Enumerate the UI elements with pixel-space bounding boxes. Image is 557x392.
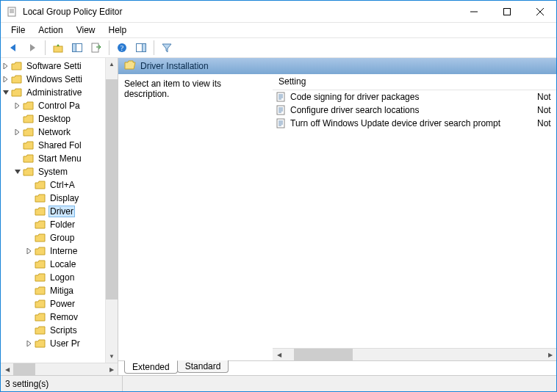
- statusbar: 3 setting(s): [1, 375, 556, 391]
- menu-help[interactable]: Help: [103, 23, 133, 37]
- chevron-right-icon[interactable]: [24, 246, 35, 256]
- tree-item[interactable]: Locale: [1, 258, 105, 271]
- tree-item-label: Power: [48, 299, 76, 309]
- detail-body: Select an item to view its description. …: [118, 74, 556, 360]
- tree-scroll[interactable]: Software SettiWindows SettiAdministrativ…: [1, 58, 105, 363]
- tree-item[interactable]: Desktop: [1, 112, 105, 126]
- tree-item[interactable]: Mitiga: [1, 284, 105, 297]
- tree-item[interactable]: Logon: [1, 271, 105, 284]
- svg-rect-26: [277, 119, 284, 128]
- list-item[interactable]: Code signing for driver packagesNot: [273, 90, 556, 104]
- scroll-left-icon[interactable]: ◀: [273, 349, 285, 361]
- tree-item[interactable]: Start Menu: [1, 152, 105, 165]
- list-item[interactable]: Configure driver search locationsNot: [273, 104, 556, 117]
- scroll-thumb[interactable]: [294, 349, 353, 360]
- expander-placeholder: [12, 153, 23, 164]
- close-button[interactable]: [523, 1, 556, 22]
- chevron-right-icon[interactable]: [1, 74, 11, 84]
- show-hide-action-pane-button[interactable]: [133, 40, 149, 56]
- folder-icon: [11, 61, 23, 71]
- svg-rect-5: [503, 8, 510, 15]
- scroll-thumb[interactable]: [106, 79, 118, 300]
- tab-extended[interactable]: Extended: [124, 360, 178, 374]
- tree-item-label: Control Pa: [37, 101, 82, 111]
- setting-name: Configure driver search locations: [290, 105, 419, 115]
- folder-icon: [35, 272, 46, 283]
- folder-icon: [35, 338, 46, 349]
- tree-item-label: System: [37, 167, 69, 177]
- chevron-down-icon[interactable]: [12, 167, 23, 177]
- scroll-down-icon[interactable]: ▼: [106, 350, 118, 363]
- scroll-up-icon[interactable]: ▲: [106, 58, 118, 70]
- scroll-left-icon[interactable]: ◀: [1, 363, 13, 376]
- tree-item[interactable]: Interne: [1, 244, 105, 258]
- help-button[interactable]: ?: [114, 40, 130, 56]
- scroll-right-icon[interactable]: ▶: [105, 363, 118, 376]
- chevron-right-icon[interactable]: [12, 127, 23, 137]
- back-button[interactable]: [5, 40, 21, 56]
- show-hide-console-tree-button[interactable]: [69, 40, 85, 56]
- forward-button[interactable]: [24, 40, 40, 56]
- chevron-right-icon[interactable]: [24, 338, 35, 349]
- list-item[interactable]: Turn off Windows Update device driver se…: [273, 117, 556, 130]
- tree-pane: Software SettiWindows SettiAdministrativ…: [1, 58, 118, 375]
- tree-item[interactable]: Remov: [1, 311, 105, 324]
- folder-open-icon: [124, 60, 136, 73]
- expander-placeholder: [24, 180, 35, 190]
- tree-item[interactable]: Folder: [1, 218, 105, 231]
- tree-item[interactable]: User Pr: [1, 337, 105, 350]
- tree-item[interactable]: Network: [1, 126, 105, 139]
- tree-item[interactable]: Scripts: [1, 324, 105, 337]
- folder-icon: [35, 299, 46, 309]
- tree-item[interactable]: Display: [1, 192, 105, 205]
- tree-item[interactable]: Group: [1, 231, 105, 244]
- toolbar: ?: [1, 37, 556, 58]
- scroll-thumb[interactable]: [13, 363, 35, 375]
- tree-item-label: Desktop: [37, 114, 72, 124]
- chevron-right-icon[interactable]: [12, 101, 23, 111]
- tree-item-label: Scripts: [48, 325, 79, 335]
- folder-icon: [35, 246, 46, 256]
- up-button[interactable]: [50, 40, 66, 56]
- tree-item-label: Remov: [48, 312, 79, 322]
- export-list-button[interactable]: [88, 40, 104, 56]
- tree-item[interactable]: Administrative: [1, 86, 105, 99]
- chevron-down-icon[interactable]: [1, 87, 11, 98]
- tree-item[interactable]: Power: [1, 297, 105, 311]
- folder-icon: [35, 206, 46, 217]
- maximize-button[interactable]: [490, 1, 523, 22]
- tree-item-label: Software Setti: [25, 61, 83, 71]
- menu-view[interactable]: View: [71, 23, 101, 37]
- tree-item-label: Start Menu: [37, 153, 83, 164]
- list-rows: Code signing for driver packagesNotConfi…: [273, 90, 556, 348]
- tab-standard[interactable]: Standard: [177, 360, 229, 373]
- folder-icon: [35, 233, 46, 243]
- tree-item[interactable]: Software Setti: [1, 59, 105, 73]
- tree-item[interactable]: Control Pa: [1, 99, 105, 112]
- tree-item[interactable]: Driver: [1, 205, 105, 218]
- tree-item[interactable]: System: [1, 165, 105, 178]
- scroll-right-icon[interactable]: ▶: [544, 349, 556, 361]
- tree-item-label: Administrative: [25, 87, 83, 98]
- policy-icon: [276, 91, 287, 103]
- folder-icon: [23, 114, 35, 124]
- view-tabs: Extended Standard: [118, 360, 556, 375]
- tree-item[interactable]: Ctrl+A: [1, 178, 105, 192]
- chevron-right-icon[interactable]: [1, 61, 11, 71]
- menu-action[interactable]: Action: [32, 23, 68, 37]
- app-icon: [7, 6, 18, 18]
- expander-placeholder: [24, 259, 35, 269]
- folder-icon: [35, 180, 46, 190]
- filter-button[interactable]: [159, 40, 175, 56]
- expander-placeholder: [12, 114, 23, 124]
- list-hscrollbar[interactable]: ◀ ▶: [273, 348, 556, 360]
- tree-item-label: Interne: [48, 246, 79, 256]
- tree-item[interactable]: Windows Setti: [1, 73, 105, 86]
- menu-file[interactable]: File: [5, 23, 31, 37]
- column-setting[interactable]: Setting: [273, 74, 556, 90]
- svg-rect-16: [277, 92, 284, 101]
- tree-item[interactable]: Shared Fol: [1, 139, 105, 152]
- minimize-button[interactable]: [457, 1, 490, 22]
- tree-hscrollbar[interactable]: ◀ ▶: [1, 363, 118, 375]
- tree-vscrollbar[interactable]: ▲ ▼: [105, 58, 118, 363]
